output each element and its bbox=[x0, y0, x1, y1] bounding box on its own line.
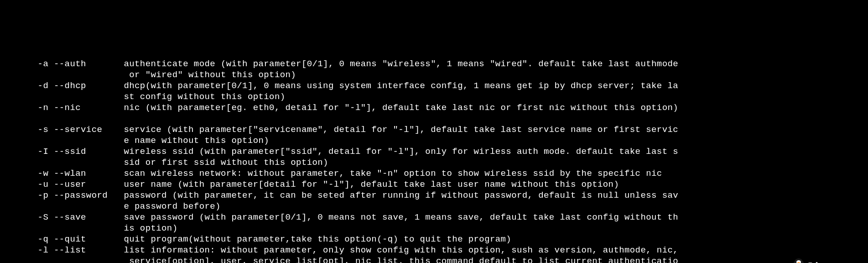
help-line: -l --list list information: without para… bbox=[0, 245, 678, 255]
help-line: st config without this option) bbox=[0, 92, 286, 102]
help-line: -n --nic nic (with parameter[eg. eth0, d… bbox=[0, 103, 678, 113]
help-line: -u --user user name (with parameter[deta… bbox=[0, 179, 619, 189]
help-line: -I --ssid wireless ssid (with parameter[… bbox=[0, 147, 678, 157]
help-line: e password before) bbox=[0, 201, 221, 211]
help-line: -p --password password (with parameter, … bbox=[0, 190, 678, 200]
help-line: or "wired" without this option) bbox=[0, 70, 296, 80]
help-line: is option) bbox=[0, 223, 177, 233]
help-line: sid or first ssid without this option) bbox=[0, 158, 328, 168]
help-line: -d --dhcp dhcp(with parameter[0/1], 0 me… bbox=[0, 81, 678, 91]
help-line: service[option], user, service list[opt]… bbox=[0, 256, 678, 263]
help-line: -a --auth authenticate mode (with parame… bbox=[0, 59, 678, 69]
help-line: -w --wlan scan wireless network: without… bbox=[0, 168, 662, 179]
help-line: e name without this option) bbox=[0, 136, 269, 146]
help-line: -S --save save password (with parameter[… bbox=[0, 212, 678, 222]
help-line: -s --service service (with parameter["se… bbox=[0, 125, 678, 135]
help-line: -q --quit quit program(without parameter… bbox=[0, 234, 511, 244]
terminal-output: -a --auth authenticate mode (with parame… bbox=[0, 44, 868, 263]
